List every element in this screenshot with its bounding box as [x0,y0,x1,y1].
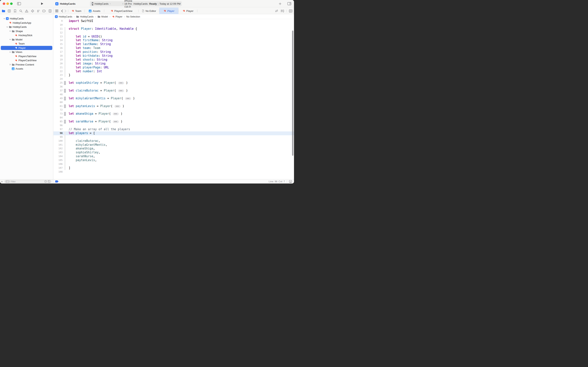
code-text[interactable]: sarahNurse, [66,155,294,158]
line-number[interactable]: 102 [53,147,64,151]
code-line-73[interactable]: 73›let akaneShiga = Player( ••• ) [53,112,294,116]
code-line-37[interactable]: 37›let claireButorac = Player( ••• ) [53,89,294,93]
code-line-99[interactable]: 99 [53,135,294,139]
disclosure-down-icon[interactable] [6,26,8,28]
tab-team[interactable]: Team [68,8,85,14]
tests-icon[interactable] [30,9,35,13]
line-number[interactable]: 23 [53,73,64,77]
code-text[interactable] [66,135,294,139]
sidebar-item-hobbycards[interactable]: HobbyCards [1,25,52,29]
disclosure-down-icon[interactable] [8,30,11,32]
code-line-105[interactable]: 105 paytenLevis, [53,158,294,162]
code-line-12[interactable]: 12 [53,31,294,35]
code-text[interactable]: // Make an array of all the players [66,127,294,131]
breakpoints-icon[interactable] [42,9,46,13]
filter-field[interactable]: Filter [4,180,51,183]
line-number[interactable]: 108 [53,170,64,174]
line-number[interactable]: 21 [53,66,64,70]
code-line-108[interactable]: 108 [53,170,294,174]
code-text[interactable] [66,85,294,89]
code-text[interactable]: mikylaGrantMentis, [66,143,294,147]
code-text[interactable]: let players = [ [66,131,294,135]
code-line-102[interactable]: 102 akaneShiga, [53,147,294,151]
code-line-103[interactable]: 103 sophieShirley, [53,151,294,155]
line-number[interactable]: 24 [53,77,64,81]
code-text[interactable]: let playerPage: URL [66,66,294,70]
right-panel-toggle-icon[interactable] [287,2,292,6]
disclosure-right-icon[interactable] [8,64,11,66]
fold-marker[interactable]: › [64,89,66,93]
line-number[interactable]: 22 [53,70,64,74]
code-line-100[interactable]: 100 claireButorac, [53,139,294,143]
fold-marker[interactable]: › [64,81,66,85]
code-text[interactable] [66,31,294,35]
line-number[interactable]: 103 [53,151,64,155]
code-text[interactable]: let paytenLevis = Player( ••• ) [66,104,294,108]
line-number[interactable]: 96 [53,124,64,127]
code-text[interactable]: struct Player: Identifiable, Hashable { [66,27,294,31]
recents-clock-icon[interactable] [44,180,47,183]
line-number[interactable]: 60 [53,100,64,104]
code-line-72[interactable]: 72 [53,108,294,112]
code-text[interactable]: let sarahNurse = Player( ••• ) [66,120,294,124]
code-text[interactable]: let shoots: String [66,58,294,62]
debug-icon[interactable] [36,9,41,13]
tab-playercardview[interactable]: PlayerCardView [104,8,139,14]
project-navigator-icon[interactable] [1,9,5,13]
line-number[interactable]: 20 [53,62,64,66]
code-line-85[interactable]: 85›let sarahNurse = Player( ••• ) [53,120,294,124]
code-text[interactable]: akaneShiga, [66,147,294,151]
line-number[interactable]: 107 [53,166,64,170]
zoom-button[interactable] [10,2,13,5]
code-text[interactable] [66,124,294,127]
source-control-icon[interactable] [7,9,11,13]
code-text[interactable]: let lastName: String [66,42,294,46]
line-number[interactable]: 10 [53,23,64,27]
add-file-button[interactable]: + [0,180,4,183]
code-line-84[interactable]: 84 [53,116,294,120]
breadcrumb-item-hobbycards[interactable]: HobbyCards [55,15,72,18]
line-number[interactable]: 49 [53,97,64,100]
line-number[interactable]: 19 [53,58,64,62]
line-number[interactable]: 97 [53,127,64,131]
issues-icon[interactable] [25,9,29,13]
disclosure-down-icon[interactable] [8,39,11,41]
line-number[interactable]: 84 [53,116,64,120]
code-text[interactable]: let firstName: String [66,39,294,42]
fold-marker[interactable]: › [64,104,66,108]
code-text[interactable]: let number: Int [66,70,294,74]
line-number[interactable]: 98 [53,131,64,135]
line-number[interactable]: 37 [53,89,64,93]
sidebar-item-playerstabview[interactable]: PlayersTabView [1,54,52,58]
line-number[interactable]: 72 [53,108,64,112]
line-number[interactable]: 14 [53,39,64,42]
code-line-106[interactable]: 106 [53,162,294,166]
code-line-16[interactable]: 16 let team: Team [53,46,294,50]
tab-player[interactable]: Player [159,8,178,14]
source-editor[interactable]: 9import SwiftUI1011struct Player: Identi… [53,19,294,179]
code-fold-pill[interactable]: ••• [113,120,119,123]
fold-marker[interactable]: › [64,97,66,100]
minimap-options-icon[interactable] [281,9,284,12]
code-line-107[interactable]: 107] [53,166,294,170]
code-line-23[interactable]: 23} [53,73,294,77]
editor-layout-grid-icon[interactable] [55,9,58,12]
line-number[interactable]: 99 [53,135,64,139]
code-text[interactable]: ] [66,166,294,170]
code-line-36[interactable]: 36 [53,85,294,89]
code-line-101[interactable]: 101 mikylaGrantMentis, [53,143,294,147]
line-number[interactable]: 18 [53,54,64,58]
code-line-96[interactable]: 96 [53,124,294,127]
code-fold-pill[interactable]: ••• [115,105,121,108]
code-line-17[interactable]: 17 let position: String [53,50,294,54]
add-tab-button[interactable] [278,2,282,6]
code-text[interactable] [66,170,294,174]
code-text[interactable] [66,108,294,112]
breadcrumb-item-no-selection[interactable]: No Selection [126,15,140,18]
code-line-49[interactable]: 49›let mikylaGrantMentis = Player( ••• ) [53,97,294,100]
line-number[interactable]: 101 [53,143,64,147]
code-text[interactable]: let sophieShirley = Player( ••• ) [66,81,294,85]
code-line-21[interactable]: 21 let playerPage: URL [53,66,294,70]
line-number[interactable]: 16 [53,46,64,50]
line-number[interactable]: 61 [53,104,64,108]
